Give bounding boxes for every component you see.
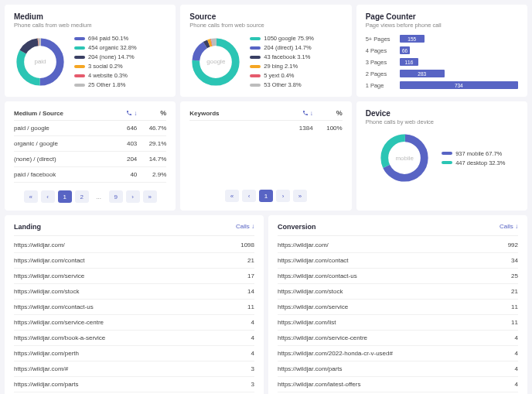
list-item: https://wildjar.com/2022-honda-cr-v-used… xyxy=(278,346,518,361)
legend-item-label: 204 (direct) 14.7% xyxy=(264,44,311,51)
row-url: https://wildjar.com/service xyxy=(278,303,348,310)
pager-page-1[interactable]: 1 xyxy=(58,190,72,203)
bar-value: 155 xyxy=(400,35,425,43)
row-pct: 14.7% xyxy=(137,156,166,163)
device-legend: 937 mobile 67.7% 447 desktop 32.3% xyxy=(442,150,505,166)
phone-icon xyxy=(302,110,309,116)
pager-last[interactable]: » xyxy=(293,190,307,202)
list-item: https://wildjar.com/book-a-service4 xyxy=(14,331,254,346)
list-item: https://wildjar.com/latest-offers4 xyxy=(278,377,518,392)
source-title: Source xyxy=(189,12,342,21)
list-item: https://wildjar.com/service17 xyxy=(14,269,254,284)
medium-donut: paid xyxy=(14,36,66,88)
pager-prev[interactable]: ‹ xyxy=(242,190,256,202)
bar-label: 3 Pages xyxy=(366,59,397,66)
list-item: https://wildjar.com/stock21 xyxy=(278,284,518,300)
pager-first[interactable]: « xyxy=(225,190,239,202)
row-count: 1098 xyxy=(240,242,254,248)
bar-value: 66 xyxy=(400,46,411,54)
pager-next[interactable]: › xyxy=(276,190,290,202)
pager-page-2[interactable]: 2 xyxy=(75,190,89,203)
legend-item-label: 25 Other 1.8% xyxy=(88,81,125,88)
device-donut: mobile xyxy=(378,132,431,184)
row-url: https://wildjar.com/2022-honda-cr-v-used… xyxy=(278,350,393,357)
row-count: 11 xyxy=(511,303,518,310)
row-count: 3 xyxy=(251,365,254,372)
list-item: https://wildjar.com/contact-us25 xyxy=(278,269,518,284)
row-count: 17 xyxy=(247,272,254,279)
medium-title: Medium xyxy=(14,12,166,21)
row-count: 11 xyxy=(511,319,518,326)
legend-item-label: 43 facebook 3.1% xyxy=(264,53,310,60)
pager-page-9[interactable]: 9 xyxy=(109,190,123,203)
pager-prev[interactable]: ‹ xyxy=(41,190,55,203)
medium-source-table-card: Medium / Source ↓ % paid / google64646.7… xyxy=(5,101,176,211)
list-item: https://wildjar.com/parts3 xyxy=(14,377,254,392)
row-name: paid / google xyxy=(14,125,107,132)
legend-item-label: 694 paid 50.1% xyxy=(88,35,128,42)
row-count: 34 xyxy=(511,257,518,264)
legend-item-label: 937 mobile 67.7% xyxy=(455,150,502,157)
row-count: 21 xyxy=(247,257,254,264)
list-item: https://wildjar.com/1098 xyxy=(14,238,254,253)
pager-next[interactable]: › xyxy=(126,190,140,203)
row-url: https://wildjar.com/service-centre xyxy=(278,334,367,341)
row-count: 11 xyxy=(247,303,254,310)
legend-item-label: 4 website 0.3% xyxy=(88,72,128,79)
legend-item-label: 447 desktop 32.3% xyxy=(455,159,505,166)
pager-page-1[interactable]: 1 xyxy=(259,190,273,202)
phone-icon xyxy=(126,110,132,116)
row-url: https://wildjar.com/# xyxy=(14,365,68,372)
row-pct: 46.7% xyxy=(137,125,166,132)
pagecounter-sub: Page views before phone call xyxy=(366,22,518,29)
pagecounter-barchart: 5+ Pages155 4 Pages66 3 Pages116 2 Pages… xyxy=(366,35,518,89)
bar-label: 2 Pages xyxy=(366,70,397,77)
landing-sort[interactable]: Calls ↓ xyxy=(236,223,254,231)
row-name: organic / google xyxy=(14,140,107,147)
list-item: https://wildjar.com/list11 xyxy=(278,315,518,331)
row-count: 4 xyxy=(515,334,518,341)
pager-first[interactable]: « xyxy=(24,190,38,203)
row-calls: 1384 xyxy=(284,125,313,132)
row-calls: 40 xyxy=(107,171,137,178)
row-count: 4 xyxy=(251,319,254,326)
medium-card: Medium Phone calls from web medium paid … xyxy=(5,5,176,97)
row-url: https://wildjar.com/service-centre xyxy=(14,319,104,326)
pagecounter-card: Page Counter Page views before phone cal… xyxy=(356,5,527,97)
list-item: https://wildjar.com/992 xyxy=(278,238,518,253)
row-url: https://wildjar.com/ xyxy=(14,242,65,248)
row-count: 3 xyxy=(251,381,254,388)
bar-label: 4 Pages xyxy=(366,47,397,54)
conversion-sort[interactable]: Calls ↓ xyxy=(500,223,518,231)
row-url: https://wildjar.com/book-a-service xyxy=(14,334,105,341)
list-item: https://wildjar.com/contact34 xyxy=(278,253,518,269)
row-url: https://wildjar.com/stock xyxy=(14,288,79,295)
row-url: https://wildjar.com/service xyxy=(14,272,84,279)
bar-label: 5+ Pages xyxy=(366,36,397,43)
row-count: 992 xyxy=(508,242,518,248)
list-item: https://wildjar.com/stock14 xyxy=(14,284,254,300)
legend-item-label: 29 bing 2.1% xyxy=(264,63,298,70)
source-legend: 1050 google 75.9% 204 (direct) 14.7% 43 … xyxy=(250,35,314,88)
pager-last[interactable]: » xyxy=(143,190,157,203)
row-count: 21 xyxy=(511,288,518,295)
kw-title: Keywords xyxy=(189,110,283,117)
list-item: https://wildjar.com/service-centre4 xyxy=(14,315,254,331)
legend-item-label: 204 (none) 14.7% xyxy=(88,53,135,60)
conversion-title: Conversion xyxy=(278,223,316,231)
row-name: paid / facebook xyxy=(14,171,107,178)
row-calls: 646 xyxy=(107,125,137,132)
source-card: Source Phone calls from web source googl… xyxy=(180,5,351,97)
list-item: https://wildjar.com/perth4 xyxy=(14,346,254,361)
table-row: paid / google64646.7% xyxy=(14,121,166,136)
table-row: organic / google40329.1% xyxy=(14,136,166,152)
device-card: Device Phone calls by web device mobile … xyxy=(356,101,527,211)
source-donut: google xyxy=(189,36,242,88)
percent-icon: % xyxy=(137,109,166,117)
table-row: 1384100% xyxy=(189,121,342,135)
row-url: https://wildjar.com/ xyxy=(278,242,329,248)
ms-title: Medium / Source xyxy=(14,110,107,117)
list-item: https://wildjar.com/service11 xyxy=(278,300,518,315)
row-calls: 403 xyxy=(107,140,137,147)
keywords-table-card: Keywords ↓ % 1384100% « ‹ 1 › » xyxy=(180,101,351,211)
